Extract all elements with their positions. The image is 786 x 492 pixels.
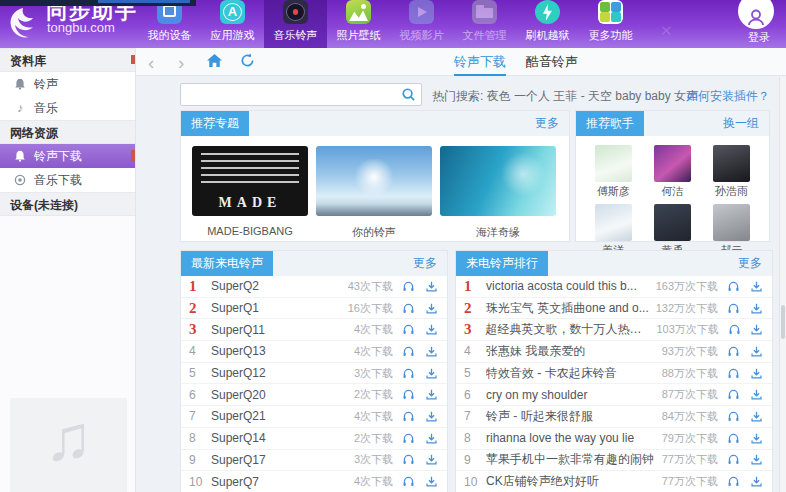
vertical-scrollbar[interactable] — [779, 77, 786, 492]
list-item[interactable]: 9苹果手机中一款非常有趣的闹钟77万次下载 — [456, 450, 772, 472]
list-item[interactable]: 4张惠妹 我最亲爱的93万次下载 — [456, 341, 772, 363]
home-button[interactable] — [206, 48, 223, 76]
preview-icon[interactable] — [726, 367, 741, 380]
download-icon[interactable] — [749, 367, 764, 380]
preview-icon[interactable] — [726, 432, 741, 445]
preview-icon[interactable] — [401, 388, 416, 401]
list-item[interactable]: 1SuperQ243次下载 — [181, 276, 447, 298]
ranking-more-link[interactable]: 更多 — [738, 255, 772, 272]
list-item[interactable]: 4SuperQ134次下载 — [181, 341, 447, 363]
list-item[interactable]: 2珠光宝气 英文插曲one and o...132万次下载 — [456, 298, 772, 320]
preview-icon[interactable] — [401, 410, 416, 423]
preview-icon[interactable] — [726, 410, 741, 423]
topic-your-ringtone[interactable]: 你的铃声 — [316, 146, 432, 240]
refresh-button[interactable] — [240, 48, 255, 76]
download-icon[interactable] — [424, 345, 439, 358]
list-item[interactable]: 3SuperQ114次下载 — [181, 319, 447, 341]
sidebar-item-music-download[interactable]: 音乐下载 — [0, 168, 135, 192]
nav-apps-games[interactable]: A 应用游戏 — [201, 0, 264, 48]
download-icon[interactable] — [749, 388, 764, 401]
nav-my-devices[interactable]: 我的设备 — [138, 0, 201, 48]
download-icon[interactable] — [424, 432, 439, 445]
sidebar-item-ringtone-download[interactable]: 铃声下载 — [0, 144, 135, 168]
latest-more-link[interactable]: 更多 — [413, 255, 447, 272]
back-button[interactable]: ‹ — [148, 48, 154, 76]
list-item[interactable]: 6cry on my shoulder87万次下载 — [456, 384, 772, 406]
preview-icon[interactable] — [401, 345, 416, 358]
singer-item[interactable]: 傅斯彦 — [584, 140, 643, 199]
list-item[interactable]: 8rihanna love the way you lie79万次下载 — [456, 428, 772, 450]
preview-icon[interactable] — [401, 280, 416, 293]
topic-made-bigbang[interactable]: MADE MADE-BIGBANG — [192, 146, 308, 240]
topics-more-link[interactable]: 更多 — [535, 115, 569, 132]
scrollbar-thumb[interactable] — [781, 305, 785, 339]
preview-icon[interactable] — [727, 323, 742, 336]
preview-icon[interactable] — [401, 475, 416, 488]
list-item[interactable]: 1victoria acosta could this b...163万次下载 — [456, 276, 772, 298]
preview-icon[interactable] — [401, 432, 416, 445]
list-item[interactable]: 2SuperQ116次下载 — [181, 298, 447, 320]
singer-item[interactable]: 孙浩雨 — [702, 140, 761, 199]
download-icon[interactable] — [424, 280, 439, 293]
download-count: 77万次下载 — [662, 452, 718, 467]
singers-switch-link[interactable]: 换一组 — [723, 115, 769, 132]
list-item[interactable]: 8SuperQ142次下载 — [181, 428, 447, 450]
download-icon[interactable] — [749, 345, 764, 358]
preview-icon[interactable] — [726, 388, 741, 401]
list-item[interactable]: 9SuperQ173次下载 — [181, 450, 447, 472]
download-icon[interactable] — [424, 388, 439, 401]
preview-icon[interactable] — [726, 453, 741, 466]
forward-button[interactable]: › — [178, 48, 184, 76]
preview-icon[interactable] — [726, 475, 741, 488]
list-item[interactable]: 7铃声 - 听起来很舒服84万次下载 — [456, 406, 772, 428]
nav-flash-jailbreak[interactable]: 刷机越狱 — [516, 0, 579, 48]
download-icon[interactable] — [424, 367, 439, 380]
list-item[interactable]: 6SuperQ202次下载 — [181, 384, 447, 406]
download-icon[interactable] — [424, 302, 439, 315]
search-input[interactable] — [187, 85, 395, 104]
list-item[interactable]: 5SuperQ123次下载 — [181, 363, 447, 385]
preview-icon[interactable] — [726, 280, 741, 293]
search-icon[interactable] — [401, 87, 416, 105]
download-icon[interactable] — [749, 280, 764, 293]
nav-photos-wallpaper[interactable]: 照片壁纸 — [327, 0, 390, 48]
latest-rows: 1SuperQ243次下载 2SuperQ116次下载 3SuperQ114次下… — [181, 276, 447, 492]
install-plugin-link[interactable]: 如何安装插件？ — [686, 88, 770, 105]
preview-icon[interactable] — [401, 302, 416, 315]
download-icon[interactable] — [424, 453, 439, 466]
download-icon[interactable] — [749, 410, 764, 423]
singers-title-badge: 推荐歌手 — [576, 111, 644, 136]
download-icon[interactable] — [424, 410, 439, 423]
nav-music-ringtones[interactable]: 音乐铃声 — [264, 0, 327, 48]
topic-moana[interactable]: 海洋奇缘 — [440, 146, 556, 240]
download-icon[interactable] — [749, 323, 764, 336]
nav-more-features[interactable]: 更多功能 — [579, 0, 642, 48]
list-item[interactable]: 5特效音效 - 卡农起床铃音88万次下载 — [456, 363, 772, 385]
sidebar-item-music[interactable]: ♪ 音乐 — [0, 96, 135, 120]
sidebar-item-ringtones[interactable]: 铃声 — [0, 72, 135, 96]
rank: 6 — [189, 388, 211, 402]
preview-icon[interactable] — [401, 453, 416, 466]
tab-ringtone-download[interactable]: 铃声下载 — [454, 48, 506, 76]
preview-icon[interactable] — [726, 302, 741, 315]
list-item[interactable]: 10SuperQ74次下载 — [181, 471, 447, 492]
download-icon[interactable] — [749, 432, 764, 445]
avatar[interactable] — [738, 0, 774, 29]
download-icon[interactable] — [424, 475, 439, 488]
rank: 5 — [189, 366, 211, 380]
nav-file-manager[interactable]: 文件管理 — [453, 0, 516, 48]
nav-videos[interactable]: 视频影片 — [390, 0, 453, 48]
download-icon[interactable] — [749, 302, 764, 315]
singer-item[interactable]: 何洁 — [643, 140, 702, 199]
preview-icon[interactable] — [726, 345, 741, 358]
download-icon[interactable] — [749, 453, 764, 466]
preview-icon[interactable] — [401, 323, 416, 336]
download-icon[interactable] — [749, 475, 764, 488]
list-item[interactable]: 3超经典英文歌，数十万人热享 ...103万次下载 — [456, 319, 772, 341]
tab-kuyin-ringtone[interactable]: 酷音铃声 — [526, 48, 578, 76]
preview-icon[interactable] — [401, 367, 416, 380]
download-icon[interactable] — [424, 323, 439, 336]
list-item[interactable]: 10CK店铺铃声绝对好听77万次下载 — [456, 471, 772, 492]
list-item[interactable]: 7SuperQ214次下载 — [181, 406, 447, 428]
login-button[interactable]: 登录 — [748, 30, 770, 45]
